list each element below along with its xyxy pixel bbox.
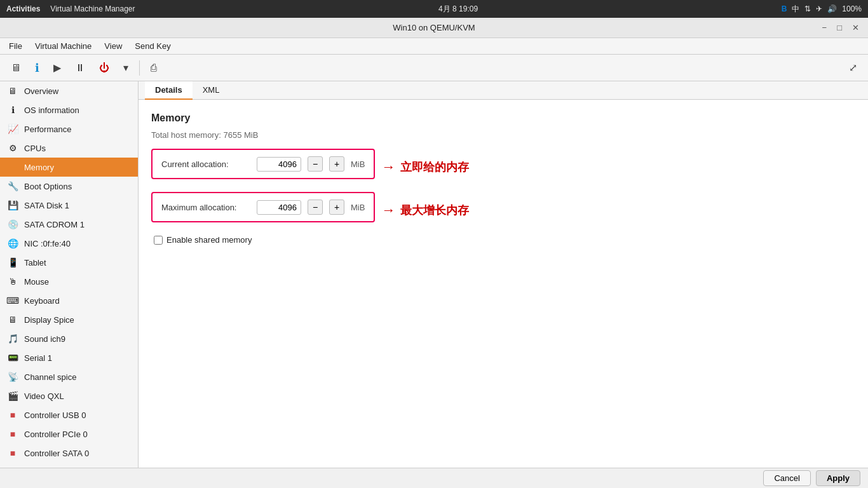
sound-label: Sound ich9 (24, 334, 65, 344)
sata-cdrom-label: SATA CDROM 1 (24, 220, 85, 229)
sidebar-item-performance[interactable]: 📈 Performance (0, 119, 138, 139)
maximize-button[interactable]: □ (833, 22, 846, 34)
current-allocation-input[interactable] (257, 157, 301, 172)
sidebar-item-overview[interactable]: 🖥 Overview (0, 81, 138, 100)
sidebar-item-serial1[interactable]: 📟 Serial 1 (0, 348, 138, 367)
sidebar-item-sound-ich9[interactable]: 🎵 Sound ich9 (0, 329, 138, 348)
menu-virtual-machine[interactable]: Virtual Machine (29, 40, 98, 52)
power-button[interactable]: ⏻ (93, 59, 115, 77)
shared-memory-checkbox[interactable] (154, 236, 163, 245)
memory-icon: ▬ (6, 161, 19, 173)
channel-spice-label: Channel spice (24, 372, 76, 382)
screenshot-button[interactable]: ⎙ (145, 59, 163, 77)
tab-details[interactable]: Details (145, 81, 193, 100)
app-name-label: Virtual Machine Manager (50, 4, 135, 13)
cancel-button[interactable]: Cancel (763, 470, 810, 486)
performance-icon: 📈 (6, 123, 19, 135)
dropdown-button[interactable]: ▾ (118, 58, 134, 77)
sidebar-item-controller-usb0[interactable]: ■ Controller USB 0 (0, 405, 138, 424)
max-allocation-box: Maximum allocation: − + MiB (151, 192, 375, 222)
boot-options-icon: 🔧 (6, 180, 19, 193)
shared-memory-label: Enable shared memory (166, 235, 252, 245)
toolbar-separator (139, 60, 140, 76)
top-system-bar: Activities Virtual Machine Manager 4月 8 … (0, 0, 868, 18)
tab-xml[interactable]: XML (193, 81, 230, 100)
controller-usb0-label: Controller USB 0 (24, 410, 86, 420)
sidebar-item-controller-sata0[interactable]: ■ Controller SATA 0 (0, 444, 138, 463)
sidebar-item-display-spice[interactable]: 🖥 Display Spice (0, 310, 138, 329)
controller-sata0-label: Controller SATA 0 (24, 449, 89, 458)
keyboard-label: Keyboard (24, 296, 60, 306)
expand-button[interactable]: ⤢ (843, 58, 863, 77)
info-button[interactable]: ℹ (29, 58, 45, 78)
sidebar: 🖥 Overview ℹ OS information 📈 Performanc… (0, 81, 139, 468)
monitor-button[interactable]: 🖥 (5, 59, 27, 77)
battery-label: 100% (842, 4, 862, 13)
pause-button[interactable]: ⏸ (69, 59, 91, 77)
tab-bar: Details XML (139, 81, 868, 100)
annotation2-arrow-icon: → (381, 202, 395, 219)
controller-usb0-icon: ■ (6, 409, 19, 421)
serial-icon: 📟 (6, 351, 19, 364)
annotation2-text: 最大增长内存 (400, 203, 469, 218)
os-info-label: OS information (24, 105, 79, 115)
content-area: Details XML Memory Total host memory: 76… (139, 81, 868, 468)
menu-file[interactable]: File (3, 40, 29, 52)
minimize-button[interactable]: − (818, 22, 831, 34)
video-qxl-icon: 🎬 (6, 390, 19, 402)
toolbar: 🖥 ℹ ▶ ⏸ ⏻ ▾ ⎙ ⤢ (0, 55, 868, 81)
serial-label: Serial 1 (24, 353, 52, 363)
current-allocation-decrement[interactable]: − (308, 156, 323, 172)
window-title: Win10 on QEMU/KVM (393, 23, 475, 32)
menu-view[interactable]: View (98, 40, 128, 52)
video-qxl-label: Video QXL (24, 391, 64, 401)
keyboard-icon: ⌨ (6, 294, 19, 307)
controller-virtio-icon: ■ (6, 466, 19, 468)
sidebar-item-os-info[interactable]: ℹ OS information (0, 100, 138, 119)
bing-icon: B (782, 4, 787, 13)
overview-icon: 🖥 (6, 85, 19, 97)
sidebar-item-nic[interactable]: 🌐 NIC :0f:fe:40 (0, 234, 138, 253)
sidebar-item-boot-options[interactable]: 🔧 Boot Options (0, 177, 138, 196)
datetime-label: 4月 8 19:09 (135, 4, 782, 15)
max-allocation-increment[interactable]: + (329, 200, 344, 215)
sidebar-item-video-qxl[interactable]: 🎬 Video QXL (0, 386, 138, 405)
overview-label: Overview (24, 86, 58, 96)
current-allocation-row: Current allocation: − + MiB → 立即给的内存 (151, 149, 855, 186)
current-allocation-increment[interactable]: + (329, 156, 344, 172)
sidebar-item-mouse[interactable]: 🖱 Mouse (0, 272, 138, 291)
play-button[interactable]: ▶ (48, 58, 67, 77)
nic-icon: 🌐 (6, 237, 19, 250)
os-info-icon: ℹ (6, 104, 19, 116)
sidebar-item-sata-cdrom[interactable]: 💿 SATA CDROM 1 (0, 215, 138, 234)
lang-label: 中 (792, 4, 799, 15)
sidebar-item-cpus[interactable]: ⚙ CPUs (0, 139, 138, 158)
cpus-label: CPUs (24, 144, 46, 153)
display-spice-label: Display Spice (24, 315, 74, 325)
cpus-icon: ⚙ (6, 142, 19, 154)
apply-button[interactable]: Apply (816, 470, 860, 486)
section-title: Memory (151, 112, 855, 124)
annotation2-container: → 最大增长内存 (381, 202, 469, 219)
airplane-icon: ✈ (816, 4, 822, 13)
close-button[interactable]: ✕ (848, 22, 863, 34)
memory-label: Memory (24, 163, 54, 172)
sidebar-item-memory[interactable]: ▬ Memory (0, 158, 138, 177)
sidebar-item-channel-spice[interactable]: 📡 Channel spice (0, 367, 138, 386)
channel-spice-icon: 📡 (6, 370, 19, 383)
max-allocation-decrement[interactable]: − (308, 200, 323, 215)
sata-disk-label: SATA Disk 1 (24, 201, 69, 210)
nic-label: NIC :0f:fe:40 (24, 239, 71, 248)
activities-label[interactable]: Activities (6, 4, 40, 13)
annotation1-arrow-icon: → (381, 159, 395, 175)
annotation1-container: → 立即给的内存 (381, 159, 469, 175)
sidebar-item-controller-pcie0[interactable]: ■ Controller PCIe 0 (0, 424, 138, 444)
sidebar-item-sata-disk[interactable]: 💾 SATA Disk 1 (0, 196, 138, 215)
menu-send-key[interactable]: Send Key (128, 40, 177, 52)
window-controls[interactable]: − □ ✕ (818, 22, 863, 34)
sidebar-item-keyboard[interactable]: ⌨ Keyboard (0, 291, 138, 310)
sidebar-item-controller-virtio[interactable]: ■ Controller VirtIO Serial 0 (0, 463, 138, 468)
max-allocation-input[interactable] (257, 200, 301, 215)
sidebar-item-tablet[interactable]: 📱 Tablet (0, 253, 138, 272)
controller-sata0-icon: ■ (6, 447, 19, 459)
